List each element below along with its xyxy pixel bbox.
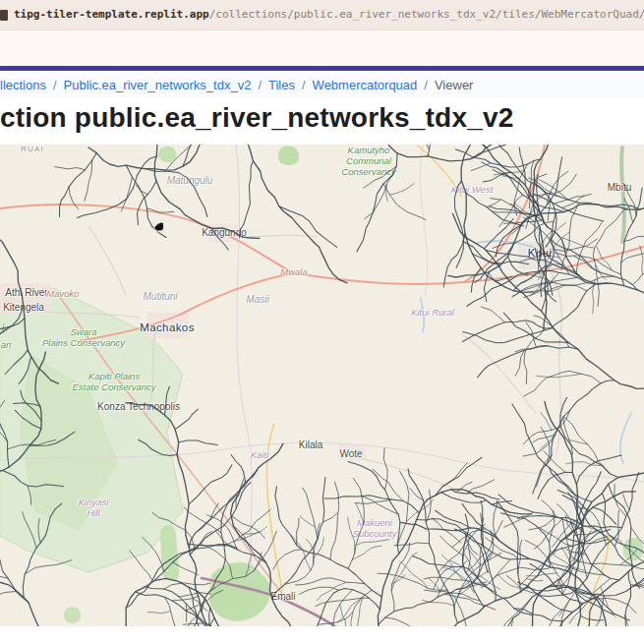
url-host: tipg-tiler-template.replit.app — [14, 8, 209, 21]
url-text[interactable]: tipg-tiler-template.replit.app/collectio… — [14, 8, 644, 21]
breadcrumb-item-viewer: Viewer — [435, 78, 474, 92]
breadcrumb: llections/Public.ea_river_networks_tdx_v… — [0, 71, 644, 98]
breadcrumb-separator: / — [258, 78, 262, 92]
page-footer-whitespace — [0, 626, 644, 644]
breadcrumb-separator: / — [424, 78, 428, 92]
breadcrumb-separator: / — [302, 78, 306, 92]
breadcrumb-item-tiles[interactable]: Tiles — [268, 78, 295, 92]
breadcrumb-item-public-ea-river-networks-tdx-v2[interactable]: Public.ea_river_networks_tdx_v2 — [64, 78, 252, 92]
site-favicon-icon — [0, 10, 8, 21]
page-background-gap — [0, 30, 644, 66]
breadcrumb-item-llections[interactable]: llections — [0, 78, 46, 92]
breadcrumb-separator: / — [53, 78, 57, 92]
grab-cursor-icon — [151, 219, 168, 235]
page-title: ction public.ea_river_networks_tdx_v2 — [0, 102, 514, 134]
browser-url-bar[interactable]: tipg-tiler-template.replit.app/collectio… — [0, 0, 644, 30]
breadcrumb-item-webmercatorquad[interactable]: Webmercatorquad — [313, 78, 418, 92]
river-network-layer — [0, 145, 644, 626]
url-path: /collections/public.ea_river_networks_td… — [209, 8, 644, 21]
map-viewer[interactable]: RUAIMatunguluKamutyho Communal Conservan… — [0, 145, 644, 626]
